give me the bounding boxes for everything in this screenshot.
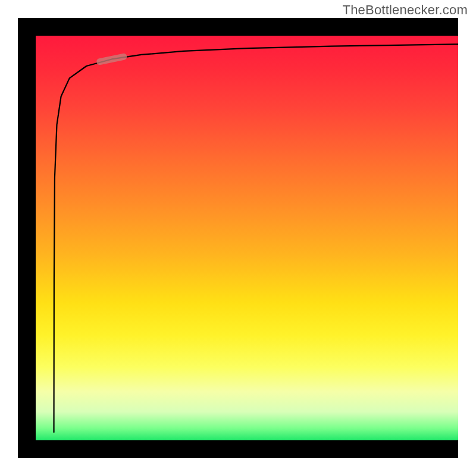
plot-area (36, 36, 458, 440)
chart-overlay-svg (36, 36, 458, 440)
curve-marker (96, 53, 127, 65)
watermark-text: TheBottlenecker.com (343, 2, 468, 18)
curve-line (54, 44, 458, 432)
chart-frame (18, 18, 458, 458)
